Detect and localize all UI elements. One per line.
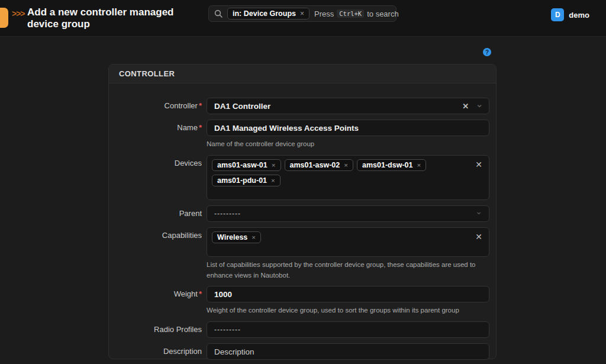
search-scope-chip-close-icon[interactable]: × bbox=[300, 9, 304, 18]
devices-label-text: Devices bbox=[175, 159, 202, 167]
capabilities-help-text: List of capabilities supported by the co… bbox=[207, 260, 489, 281]
capability-chip[interactable]: Wireless × bbox=[212, 231, 261, 243]
global-search-input[interactable]: in: Device Groups × Press Ctrl+K to sear… bbox=[208, 5, 397, 22]
parent-label: Parent bbox=[109, 205, 202, 222]
field-row-name: Name* DA1 Managed Wireless Access Points… bbox=[109, 120, 489, 150]
name-label-text: Name bbox=[177, 123, 198, 132]
card-body: Controller* DA1 Controller ✕ ⌄ Name* DA1 bbox=[109, 83, 496, 360]
controller-clear-icon[interactable]: ✕ bbox=[462, 102, 469, 110]
field-row-parent: Parent --------- ⌄ bbox=[109, 205, 489, 222]
device-chip-close-icon[interactable]: × bbox=[417, 162, 421, 169]
search-kbd-shortcut: Ctrl+K bbox=[337, 9, 364, 18]
field-row-description: Description Description bbox=[109, 343, 489, 360]
parent-select[interactable]: --------- ⌄ bbox=[207, 205, 489, 222]
controller-select-value: DA1 Controller bbox=[214, 102, 270, 111]
breadcrumb-chevrons-icon: >>> bbox=[12, 9, 25, 18]
required-asterisk: * bbox=[199, 123, 202, 132]
search-icon bbox=[214, 9, 223, 18]
weight-label-text: Weight bbox=[174, 289, 198, 298]
weight-input[interactable]: 1000 bbox=[207, 286, 489, 302]
device-chip-close-icon[interactable]: × bbox=[272, 162, 276, 169]
radio-profiles-label-text: Radio Profiles bbox=[154, 325, 202, 334]
weight-help-text: Weight of the controller device group, u… bbox=[207, 305, 489, 316]
description-label-text: Description bbox=[163, 347, 202, 356]
parent-select-placeholder: --------- bbox=[214, 210, 241, 218]
field-row-controller: Controller* DA1 Controller ✕ ⌄ bbox=[109, 98, 489, 114]
required-asterisk: * bbox=[199, 101, 202, 110]
search-scope-chip[interactable]: in: Device Groups × bbox=[227, 8, 310, 20]
name-help-text: Name of the controller device group bbox=[207, 139, 489, 150]
field-row-radio-profiles: Radio Profiles --------- bbox=[109, 321, 489, 338]
capabilities-clear-all-icon[interactable]: ✕ bbox=[475, 233, 482, 241]
device-chip-label: ams01-dsw-01 bbox=[362, 161, 412, 169]
radio-profiles-placeholder: --------- bbox=[214, 326, 241, 334]
name-input-value: DA1 Managed Wireless Access Points bbox=[214, 124, 359, 133]
device-chip-label: ams01-asw-01 bbox=[217, 161, 267, 169]
capabilities-label: Capabilities bbox=[109, 227, 202, 281]
capabilities-label-text: Capabilities bbox=[162, 231, 202, 240]
app-logo[interactable] bbox=[0, 8, 8, 28]
controller-label-text: Controller bbox=[165, 101, 198, 110]
capabilities-multiselect[interactable]: Wireless × ✕ bbox=[207, 227, 489, 257]
user-menu[interactable]: D demo bbox=[551, 8, 589, 21]
search-scope-chip-label: in: Device Groups bbox=[233, 9, 296, 18]
avatar: D bbox=[551, 8, 564, 21]
field-row-capabilities: Capabilities Wireless × ✕ List of capabi… bbox=[109, 227, 489, 281]
devices-label: Devices bbox=[109, 155, 202, 200]
search-hint: Press Ctrl+K to search bbox=[314, 9, 399, 18]
radio-profiles-select[interactable]: --------- bbox=[207, 321, 489, 338]
description-input-placeholder: Description bbox=[214, 347, 254, 356]
radio-profiles-label: Radio Profiles bbox=[109, 321, 202, 338]
device-chip[interactable]: ams01-pdu-01 × bbox=[212, 175, 281, 186]
name-input[interactable]: DA1 Managed Wireless Access Points bbox=[207, 120, 489, 136]
field-row-weight: Weight* 1000 Weight of the controller de… bbox=[109, 286, 489, 316]
parent-chevron-down-icon[interactable]: ⌄ bbox=[475, 210, 483, 214]
device-chip[interactable]: ams01-dsw-01 × bbox=[357, 159, 426, 171]
page-title: Add a new controller managed device grou… bbox=[27, 7, 175, 30]
device-chip[interactable]: ams01-asw-02 × bbox=[285, 159, 354, 171]
parent-label-text: Parent bbox=[179, 209, 202, 218]
controller-chevron-down-icon[interactable]: ⌄ bbox=[476, 102, 483, 107]
controller-label: Controller* bbox=[109, 98, 202, 114]
field-row-devices: Devices ams01-asw-01 × ams01-asw-02 × bbox=[109, 155, 489, 200]
devices-multiselect[interactable]: ams01-asw-01 × ams01-asw-02 × ams01-dsw-… bbox=[207, 155, 489, 200]
required-asterisk: * bbox=[199, 289, 202, 298]
top-bar: >>> Add a new controller managed device … bbox=[0, 0, 606, 37]
device-chip-close-icon[interactable]: × bbox=[271, 177, 275, 184]
name-label: Name* bbox=[109, 120, 202, 150]
controller-select[interactable]: DA1 Controller ✕ ⌄ bbox=[207, 98, 489, 114]
device-chip-close-icon[interactable]: × bbox=[344, 162, 348, 169]
device-chip[interactable]: ams01-asw-01 × bbox=[212, 159, 281, 171]
device-chip-label: ams01-pdu-01 bbox=[217, 176, 267, 185]
search-hint-press: Press bbox=[314, 9, 334, 18]
search-hint-suffix: to search bbox=[367, 9, 398, 18]
capability-chip-close-icon[interactable]: × bbox=[252, 234, 256, 241]
devices-clear-all-icon[interactable]: ✕ bbox=[475, 160, 482, 169]
help-icon[interactable]: ? bbox=[483, 48, 491, 56]
description-input[interactable]: Description bbox=[207, 343, 489, 360]
controller-form-card: CONTROLLER Controller* DA1 Controller ✕ … bbox=[108, 64, 497, 359]
description-label: Description bbox=[109, 343, 202, 360]
device-chip-label: ams01-asw-02 bbox=[290, 161, 340, 169]
capability-chip-label: Wireless bbox=[217, 233, 247, 241]
weight-input-value: 1000 bbox=[214, 290, 232, 299]
user-name: demo bbox=[569, 11, 589, 20]
card-section-title: CONTROLLER bbox=[109, 65, 496, 83]
weight-label: Weight* bbox=[109, 286, 202, 316]
